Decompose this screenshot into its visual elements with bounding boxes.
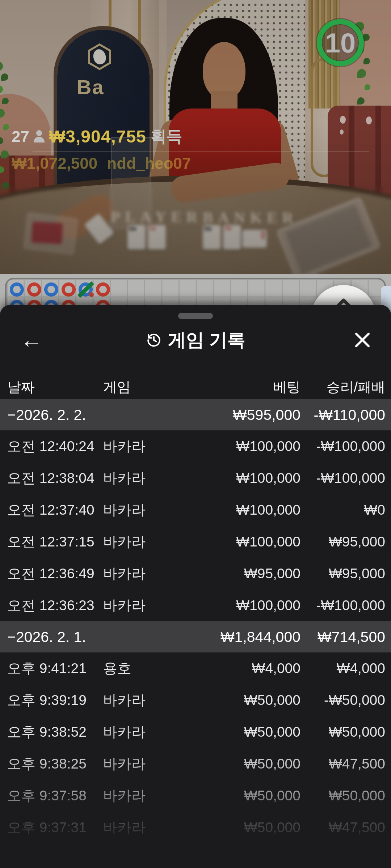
- close-button[interactable]: [351, 329, 374, 351]
- live-dealer-video: Ba PLAYER BANKER 6♣7♦ 6♣7♥A♥ 10 27 ₩3,90…: [0, 0, 391, 274]
- row-time: 오후 9:38:25: [7, 754, 87, 774]
- row-game: 바카라: [103, 786, 146, 805]
- column-bet: 베팅: [273, 378, 300, 396]
- row-bet: ₩100,000: [236, 470, 300, 486]
- table-column-headers: 날짜 게임 베팅 승리/패배: [0, 376, 391, 396]
- row-result: ₩47,500: [329, 756, 385, 772]
- row-time: 오전 12:37:40: [7, 500, 94, 520]
- date-group-row[interactable]: −2026. 2. 1. ₩1,844,000 ₩714,500: [0, 621, 391, 652]
- casino-app-screen: Ba PLAYER BANKER 6♣7♦ 6♣7♥A♥ 10 27 ₩3,90…: [0, 0, 391, 868]
- column-game: 게임: [103, 378, 131, 396]
- row-bet: ₩100,000: [236, 597, 300, 613]
- history-row[interactable]: 오후 9:37:58 바카라 ₩50,000 ₩50,000: [0, 780, 391, 812]
- row-result: ₩95,000: [329, 566, 385, 582]
- row-game: 바카라: [103, 722, 146, 742]
- row-time: 오후 9:37:58: [7, 786, 87, 805]
- road-cell: [8, 281, 25, 298]
- road-cell: [94, 281, 112, 298]
- winner-count: 27: [12, 128, 29, 146]
- row-result: -₩100,000: [316, 597, 385, 613]
- row-bet: ₩4,000: [252, 660, 300, 676]
- pair-dot: [89, 292, 94, 297]
- row-time: 오전 12:36:49: [7, 564, 94, 583]
- road-cell: [60, 281, 77, 298]
- modal-title: 게임 기록: [0, 324, 391, 356]
- modal-title-text: 게임 기록: [168, 328, 245, 352]
- timer-seconds: 10: [325, 27, 356, 59]
- history-list[interactable]: −2026. 2. 2. ₩595,000 -₩110,000 오전 12:40…: [0, 399, 391, 843]
- group-total-result: -₩110,000: [314, 407, 385, 424]
- history-row[interactable]: 오전 12:40:24 바카라 ₩100,000 -₩100,000: [0, 430, 391, 462]
- row-result: ₩50,000: [329, 724, 385, 740]
- row-result: -₩100,000: [316, 470, 385, 486]
- history-row[interactable]: 오후 9:38:25 바카라 ₩50,000 ₩47,500: [0, 748, 391, 780]
- row-bet: ₩50,000: [244, 692, 300, 708]
- history-row[interactable]: 오전 12:36:23 바카라 ₩100,000 -₩100,000: [0, 590, 391, 621]
- history-icon: [146, 332, 162, 348]
- row-game: 바카라: [103, 818, 146, 837]
- banker-win-marker: [62, 282, 76, 297]
- row-game: 바카라: [103, 754, 146, 774]
- prev-win-user: ndd_heo07: [107, 154, 191, 173]
- row-bet: ₩100,000: [236, 534, 300, 550]
- row-time: 오전 12:38:04: [7, 468, 94, 488]
- bet-timer: 10: [316, 18, 365, 67]
- group-date: −2026. 2. 1.: [7, 629, 86, 646]
- row-bet: ₩50,000: [244, 756, 300, 772]
- win-ticker: 27 ₩3,904,755 획득 ₩1,072,500 ndd_heo07: [12, 126, 377, 173]
- row-result: -₩50,000: [324, 692, 385, 708]
- history-row[interactable]: 오전 12:37:40 바카라 ₩100,000 ₩0: [0, 494, 391, 526]
- group-total-bet: ₩595,000: [233, 407, 300, 424]
- row-game: 바카라: [103, 596, 146, 615]
- history-row[interactable]: 오전 12:37:15 바카라 ₩100,000 ₩95,000: [0, 526, 391, 558]
- row-bet: ₩100,000: [236, 502, 300, 518]
- history-row[interactable]: 오후 9:38:52 바카라 ₩50,000 ₩50,000: [0, 716, 391, 748]
- history-row[interactable]: 오전 12:38:04 바카라 ₩100,000 -₩100,000: [0, 462, 391, 494]
- column-date: 날짜: [7, 378, 35, 396]
- row-result: -₩100,000: [316, 438, 385, 454]
- drag-handle[interactable]: [178, 313, 213, 319]
- banker-win-marker: [27, 282, 41, 297]
- row-result: ₩95,000: [329, 534, 385, 550]
- history-row[interactable]: 오전 12:36:49 바카라 ₩95,000 ₩95,000: [0, 558, 391, 590]
- date-group-row[interactable]: −2026. 2. 2. ₩595,000 -₩110,000: [0, 399, 391, 430]
- row-time: 오후 9:41:21: [7, 659, 87, 678]
- row-game: 바카라: [103, 500, 146, 520]
- row-time: 오후 9:37:31: [7, 818, 87, 837]
- row-result: ₩47,500: [329, 820, 385, 835]
- player-win-marker: [44, 282, 58, 297]
- player-win-marker: [10, 282, 24, 297]
- road-cell: [26, 281, 43, 298]
- row-bet: ₩50,000: [244, 788, 300, 804]
- modal-header: ← 게임 기록: [0, 324, 391, 356]
- column-result: 승리/패배: [326, 378, 385, 396]
- road-cell: [43, 281, 60, 298]
- close-icon: [351, 329, 374, 351]
- group-date: −2026. 2. 2.: [7, 407, 86, 424]
- row-bet: ₩50,000: [244, 820, 300, 835]
- group-total-result: ₩714,500: [318, 629, 385, 646]
- row-game: 바카라: [103, 564, 146, 583]
- person-icon: [34, 130, 45, 143]
- history-row[interactable]: 오후 9:41:21 용호 ₩4,000 ₩4,000: [0, 652, 391, 684]
- group-total-bet: ₩1,844,000: [220, 629, 300, 646]
- row-game: 바카라: [103, 532, 146, 552]
- row-result: ₩4,000: [337, 660, 385, 676]
- row-bet: ₩95,000: [244, 566, 300, 582]
- row-time: 오후 9:39:19: [7, 690, 87, 710]
- road-cell: [77, 281, 94, 298]
- row-time: 오전 12:40:24: [7, 437, 94, 456]
- history-row[interactable]: 오후 9:39:19 바카라 ₩50,000 -₩50,000: [0, 684, 391, 716]
- row-time: 오전 12:36:23: [7, 596, 94, 615]
- history-row[interactable]: 오후 9:37:31 바카라 ₩50,000 ₩47,500: [0, 812, 391, 843]
- row-game: 바카라: [103, 468, 146, 488]
- win-suffix: 획득: [151, 126, 182, 147]
- row-time: 오전 12:37:15: [7, 532, 94, 552]
- row-game: 바카라: [103, 690, 146, 710]
- row-time: 오후 9:38:52: [7, 722, 87, 742]
- banker-win-marker: [96, 282, 110, 297]
- row-bet: ₩50,000: [244, 724, 300, 740]
- win-amount: ₩3,904,755: [49, 127, 146, 146]
- row-bet: ₩100,000: [236, 438, 300, 454]
- row-result: ₩50,000: [329, 788, 385, 804]
